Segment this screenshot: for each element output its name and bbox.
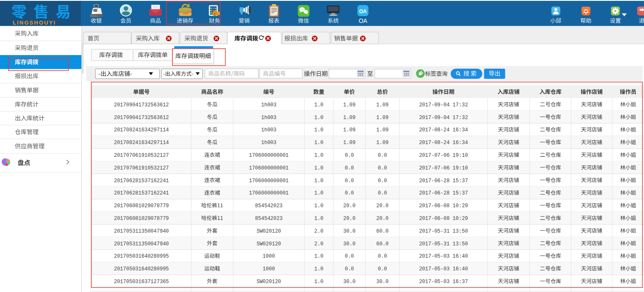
svg-text:201708241634297114: 201708241634297114 [114,127,169,133]
svg-text:0.0: 0.0 [345,165,354,171]
svg-text:2017-05-31 13:50: 2017-05-31 13:50 [419,241,468,247]
svg-text:30.0: 30.0 [343,279,356,285]
svg-text:0.0: 0.0 [378,190,387,196]
svg-text:2017-08-24 16:34: 2017-08-24 16:34 [419,127,468,133]
svg-text:201707061910532127: 201707061910532127 [114,165,169,171]
svg-text:2017-09-04 17:32: 2017-09-04 17:32 [419,115,468,121]
svg-text:1.09: 1.09 [376,115,389,121]
svg-text:1.0: 1.0 [314,127,323,133]
svg-text:1.0: 1.0 [314,153,323,159]
svg-text:1.0: 1.0 [314,102,323,108]
svg-text:60.0: 60.0 [376,241,389,247]
svg-text:20.0: 20.0 [376,216,389,222]
svg-text:30.0: 30.0 [343,241,356,247]
svg-text:201707061910532127: 201707061910532127 [114,153,169,159]
svg-text:SW020120: SW020120 [256,241,281,247]
svg-text:LINGSHOUYI: LINGSHOUYI [13,19,56,26]
svg-text:60.0: 60.0 [376,228,389,234]
svg-text:1.09: 1.09 [376,127,389,133]
svg-text:0.0: 0.0 [345,190,354,196]
svg-text:854542023: 854542023 [255,216,283,222]
svg-text:201705031640280995: 201705031640280995 [114,266,169,272]
svg-text:2017-05-03 16:40: 2017-05-03 16:40 [419,253,468,259]
svg-text:1h003: 1h003 [261,140,276,146]
svg-text:2017-06-08 10:29: 2017-06-08 10:29 [419,216,468,222]
svg-text:¥: ¥ [214,12,216,16]
svg-text:1.0: 1.0 [314,115,323,121]
svg-text:1706000000001: 1706000000001 [249,165,289,171]
svg-text:1.0: 1.0 [314,178,323,184]
svg-text:1706000000001: 1706000000001 [249,190,289,196]
svg-text:2.0: 2.0 [314,241,323,247]
svg-text:2017-06-08 10:29: 2017-06-08 10:29 [419,203,468,209]
svg-text:201709041732563612: 201709041732563612 [114,102,169,108]
svg-text:2017-06-28 15:37: 2017-06-28 15:37 [419,190,468,196]
svg-text:2017-05-03 16:40: 2017-05-03 16:40 [419,266,468,272]
svg-text:854542023: 854542023 [255,203,283,209]
svg-text:201709041732563612: 201709041732563612 [114,115,169,121]
svg-text:0.0: 0.0 [345,253,354,259]
svg-text:0.0: 0.0 [378,266,387,272]
svg-text:1.09: 1.09 [376,102,389,108]
svg-text:0.0: 0.0 [345,178,354,184]
svg-text:1.09: 1.09 [343,127,356,133]
svg-text:30.0: 30.0 [343,228,356,234]
svg-text:1h003: 1h003 [261,102,276,108]
svg-text:0.0: 0.0 [345,266,354,272]
svg-text:OA: OA [359,17,368,24]
svg-text:1000: 1000 [263,266,275,272]
svg-text:20.0: 20.0 [343,203,356,209]
svg-text:2017-07-06 19:10: 2017-07-06 19:10 [419,165,468,171]
svg-text:1706000000001: 1706000000001 [249,153,289,159]
svg-text:1.0: 1.0 [314,165,323,171]
svg-text:2017-05-03 16:37: 2017-05-03 16:37 [419,279,468,285]
svg-text:OA: OA [359,8,367,14]
svg-text:1h003: 1h003 [261,115,276,121]
svg-text:201705031637127365: 201705031637127365 [114,279,169,285]
svg-text:1.0: 1.0 [314,253,323,259]
svg-text:0.0: 0.0 [378,153,387,159]
svg-text:201705031640280995: 201705031640280995 [114,253,169,259]
svg-text:1.0: 1.0 [314,140,323,146]
svg-text:1h003: 1h003 [261,127,276,133]
svg-text:201706081029078779: 201706081029078779 [114,216,169,222]
svg-text:201708241634297114: 201708241634297114 [114,140,169,146]
svg-text:201706281537162241: 201706281537162241 [114,178,169,184]
svg-text:2.0: 2.0 [314,228,323,234]
svg-text:30.0: 30.0 [376,279,389,285]
svg-text:1.09: 1.09 [376,140,389,146]
svg-text:1.09: 1.09 [343,140,356,146]
svg-text:2017-06-28 15:37: 2017-06-28 15:37 [419,178,468,184]
svg-text:201706281537162241: 201706281537162241 [114,190,169,196]
svg-text:1.0: 1.0 [314,190,323,196]
svg-text:2017-09-04 17:32: 2017-09-04 17:32 [419,102,468,108]
svg-text:201705311350047940: 201705311350047940 [114,228,169,234]
svg-text:1.09: 1.09 [343,102,356,108]
svg-text:SW020120: SW020120 [256,279,281,285]
svg-text:0.0: 0.0 [378,178,387,184]
svg-text:1.0: 1.0 [314,203,323,209]
svg-text:1.0: 1.0 [314,216,323,222]
svg-text:2017-07-06 19:10: 2017-07-06 19:10 [419,153,468,159]
svg-text:0.0: 0.0 [378,253,387,259]
svg-text:0.0: 0.0 [378,165,387,171]
svg-text:201705311350047940: 201705311350047940 [114,241,169,247]
svg-text:1.0: 1.0 [314,266,323,272]
svg-text:1000: 1000 [263,253,275,259]
svg-text:1.0: 1.0 [314,279,323,285]
svg-text:2017-05-31 13:50: 2017-05-31 13:50 [419,228,468,234]
svg-text:1706000000001: 1706000000001 [249,178,289,184]
svg-text:1.09: 1.09 [343,115,356,121]
svg-text:0.0: 0.0 [345,153,354,159]
svg-text:2017-08-24 16:34: 2017-08-24 16:34 [419,140,468,146]
svg-text:201706081029078779: 201706081029078779 [114,203,169,209]
svg-text:20.0: 20.0 [376,203,389,209]
svg-text:SW020120: SW020120 [256,228,281,234]
svg-text:20.0: 20.0 [343,216,356,222]
